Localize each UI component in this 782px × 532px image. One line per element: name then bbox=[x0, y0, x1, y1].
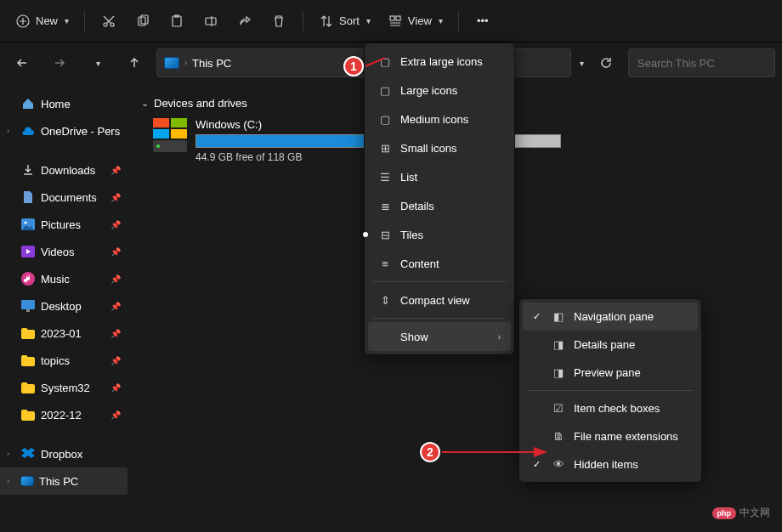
chevron-right-icon: › bbox=[7, 127, 15, 135]
grid-icon: ▢ bbox=[378, 83, 392, 97]
grid-icon: ▢ bbox=[378, 54, 392, 68]
paste-button[interactable] bbox=[162, 6, 192, 37]
show-nav[interactable]: ✓◧Navigation pane bbox=[523, 303, 698, 331]
pc-icon bbox=[20, 476, 34, 486]
chevron-down-icon: ⌄ bbox=[141, 98, 149, 109]
sidebar-dropbox[interactable]: ›Dropbox bbox=[0, 440, 128, 467]
svg-point-2 bbox=[110, 23, 114, 26]
toolbar: New ▾ Sort ▾ View ▾ ••• bbox=[0, 0, 782, 42]
pin-icon: 📌 bbox=[110, 410, 121, 420]
grid-icon: ▢ bbox=[378, 112, 392, 126]
sidebar-folder[interactable]: 2023-01📌 bbox=[0, 320, 128, 347]
copy-button[interactable] bbox=[128, 6, 158, 37]
rename-button[interactable] bbox=[196, 6, 226, 37]
list-icon: ☰ bbox=[378, 170, 392, 184]
view-details[interactable]: ≣Details bbox=[368, 191, 511, 220]
chevron-down-icon: ▾ bbox=[96, 59, 100, 68]
search-box[interactable] bbox=[628, 48, 775, 77]
tiles-icon: ⊟ bbox=[378, 228, 392, 241]
home-icon bbox=[20, 96, 36, 111]
rename-icon bbox=[203, 14, 218, 29]
view-md[interactable]: ▢Medium icons bbox=[368, 105, 511, 133]
view-compact[interactable]: ⇕Compact view bbox=[368, 286, 511, 314]
view-button[interactable]: View ▾ bbox=[381, 6, 450, 37]
chevron-right-icon: › bbox=[498, 332, 501, 342]
show-hidden[interactable]: ✓👁Hidden items bbox=[523, 450, 698, 478]
sidebar-thispc[interactable]: ›This PC bbox=[0, 467, 128, 495]
search-input[interactable] bbox=[638, 57, 766, 70]
details-icon: ≣ bbox=[378, 199, 392, 212]
sidebar-pictures[interactable]: Pictures📌 bbox=[0, 211, 128, 238]
more-icon: ••• bbox=[475, 14, 490, 29]
cut-button[interactable] bbox=[94, 6, 124, 37]
cloud-icon bbox=[20, 123, 36, 139]
separator bbox=[303, 11, 303, 31]
up-button[interactable] bbox=[119, 48, 150, 78]
share-button[interactable] bbox=[230, 6, 260, 37]
show-check[interactable]: ☑Item check boxes bbox=[523, 394, 698, 422]
view-content[interactable]: ≡Content bbox=[368, 249, 511, 278]
dropbox-icon bbox=[20, 446, 36, 461]
pin-icon: 📌 bbox=[110, 383, 121, 393]
pc-icon bbox=[164, 57, 179, 69]
new-button[interactable]: New ▾ bbox=[8, 6, 76, 37]
svg-point-1 bbox=[104, 23, 107, 26]
forward-button[interactable] bbox=[44, 48, 75, 78]
panel-icon: ◨ bbox=[552, 338, 565, 352]
refresh-button[interactable] bbox=[591, 48, 621, 77]
delete-button[interactable] bbox=[264, 6, 294, 37]
radio-icon bbox=[363, 232, 368, 237]
pictures-icon bbox=[20, 217, 36, 232]
sidebar-folder[interactable]: System32📌 bbox=[0, 374, 128, 401]
view-label: View bbox=[408, 14, 432, 27]
pin-icon: 📌 bbox=[110, 274, 121, 284]
sidebar-downloads[interactable]: Downloads📌 bbox=[0, 156, 128, 184]
view-tiles[interactable]: ⊟Tiles bbox=[368, 220, 511, 249]
svg-rect-7 bbox=[206, 18, 216, 25]
show-preview[interactable]: ◨Preview pane bbox=[523, 359, 698, 387]
pin-icon: 📌 bbox=[110, 356, 121, 365]
sort-button[interactable]: Sort ▾ bbox=[312, 6, 377, 37]
show-ext[interactable]: 🗎File name extensions bbox=[523, 422, 698, 450]
separator bbox=[84, 11, 85, 31]
panel-icon: ◨ bbox=[552, 366, 565, 380]
recent-button[interactable]: ▾ bbox=[82, 48, 112, 78]
sidebar-music[interactable]: Music📌 bbox=[0, 265, 128, 292]
music-icon bbox=[20, 271, 36, 286]
chevron-down-icon[interactable]: ▾ bbox=[580, 59, 584, 68]
view-lg[interactable]: ▢Large icons bbox=[368, 76, 511, 105]
sidebar-documents[interactable]: Documents📌 bbox=[0, 184, 128, 211]
view-sm[interactable]: ⊞Small icons bbox=[368, 133, 511, 162]
show-details[interactable]: ◨Details pane bbox=[523, 331, 698, 359]
share-icon bbox=[237, 14, 252, 29]
content-icon: ≡ bbox=[378, 257, 392, 270]
separator bbox=[458, 11, 459, 31]
folder-icon bbox=[20, 353, 36, 368]
sidebar-desktop[interactable]: Desktop📌 bbox=[0, 292, 128, 320]
folder-icon bbox=[20, 380, 36, 395]
document-icon bbox=[20, 190, 36, 205]
sidebar-folder[interactable]: 2022-12📌 bbox=[0, 401, 128, 428]
view-list[interactable]: ☰List bbox=[368, 162, 511, 191]
svg-rect-8 bbox=[390, 16, 394, 20]
breadcrumb: This PC bbox=[192, 57, 231, 70]
chevron-down-icon: ▾ bbox=[439, 16, 443, 25]
check-icon: ✓ bbox=[533, 311, 541, 322]
show-submenu: ✓◧Navigation pane ◨Details pane ◨Preview… bbox=[518, 298, 702, 483]
separator bbox=[373, 318, 506, 319]
checkbox-icon: ☑ bbox=[552, 402, 565, 416]
view-show[interactable]: Show› bbox=[368, 322, 511, 351]
back-button[interactable] bbox=[7, 48, 37, 78]
more-button[interactable]: ••• bbox=[468, 6, 498, 37]
svg-rect-5 bbox=[173, 16, 181, 26]
desktop-icon bbox=[20, 298, 36, 314]
sidebar-folder[interactable]: topics📌 bbox=[0, 347, 128, 374]
folder-icon bbox=[20, 325, 36, 341]
sidebar-home[interactable]: Home bbox=[0, 90, 128, 117]
view-xl[interactable]: ▢Extra large icons bbox=[368, 47, 511, 76]
watermark: php中文网 bbox=[712, 506, 771, 520]
sidebar-videos[interactable]: Videos📌 bbox=[0, 238, 128, 265]
sidebar-onedrive[interactable]: ›OneDrive - Pers bbox=[0, 117, 128, 144]
new-label: New bbox=[36, 14, 58, 27]
copy-icon bbox=[135, 14, 150, 29]
